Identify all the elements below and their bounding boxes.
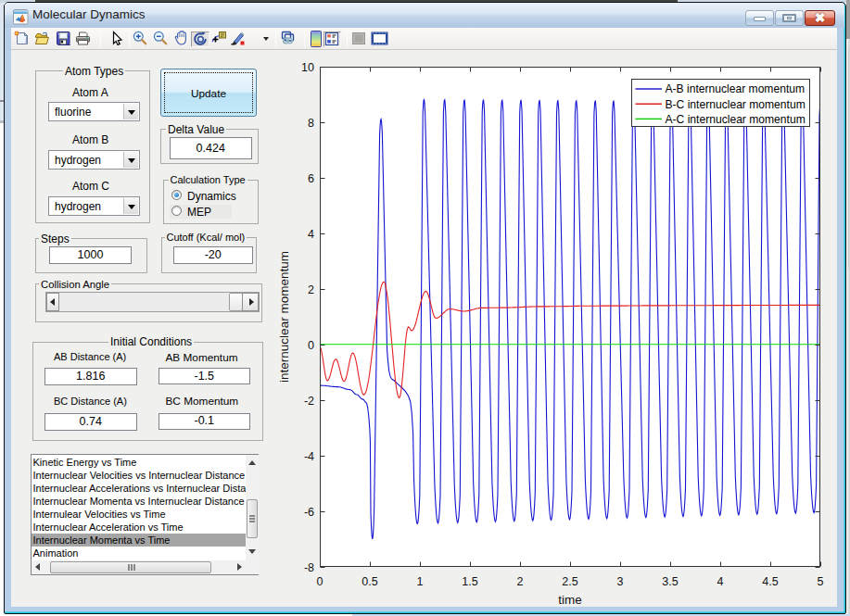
svg-text:4.5: 4.5: [762, 575, 778, 588]
svg-text:0: 0: [308, 339, 314, 352]
svg-text:B-C internuclear momentum: B-C internuclear momentum: [666, 98, 806, 111]
svg-text:A-C internuclear momentum: A-C internuclear momentum: [666, 113, 806, 126]
svg-text:8: 8: [308, 117, 314, 130]
svg-text:1.5: 1.5: [462, 575, 477, 588]
svg-text:0.5: 0.5: [362, 575, 377, 588]
svg-text:-2: -2: [304, 395, 314, 408]
svg-text:-4: -4: [304, 450, 314, 463]
svg-text:4: 4: [717, 575, 724, 588]
svg-text:-6: -6: [304, 506, 314, 519]
svg-text:A-B internuclear momentum: A-B internuclear momentum: [666, 82, 806, 95]
svg-text:2: 2: [517, 575, 524, 588]
svg-text:3: 3: [617, 575, 624, 588]
svg-text:time: time: [558, 593, 582, 607]
svg-text:2: 2: [308, 283, 314, 296]
svg-text:internuclear momentum: internuclear momentum: [277, 251, 291, 383]
svg-text:0: 0: [317, 575, 324, 588]
svg-text:1: 1: [417, 575, 424, 588]
svg-text:2.5: 2.5: [562, 575, 577, 588]
svg-text:10: 10: [301, 61, 314, 74]
svg-text:3.5: 3.5: [662, 575, 678, 588]
svg-text:4: 4: [308, 228, 314, 241]
svg-text:5: 5: [818, 575, 824, 588]
svg-text:6: 6: [308, 172, 314, 185]
svg-text:-8: -8: [304, 561, 314, 574]
